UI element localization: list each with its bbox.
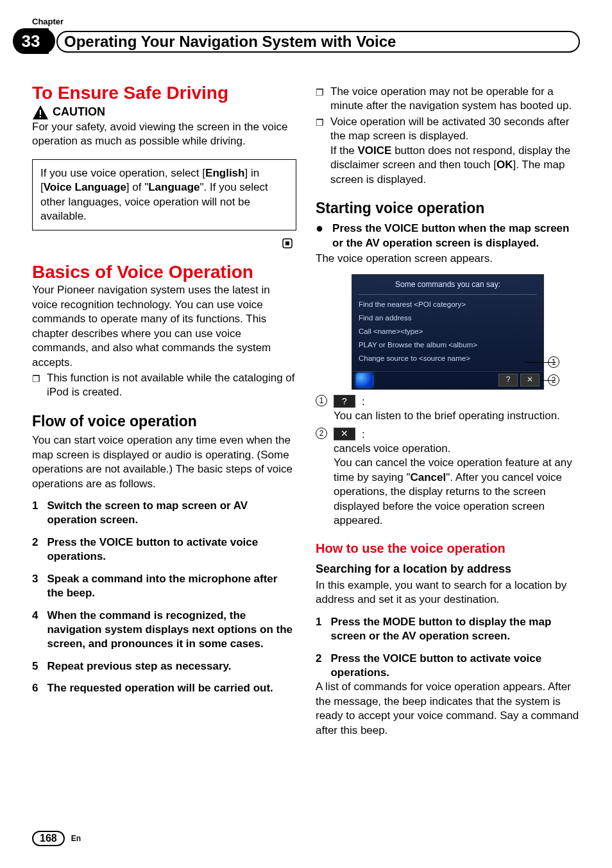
legend-2-body: cancels voice operation. You can cancel … xyxy=(316,442,580,528)
end-square-icon xyxy=(282,238,293,248)
shot-line: Call <name><type> xyxy=(359,327,537,336)
chapter-title: Operating Your Navigation System with Vo… xyxy=(64,33,396,51)
right-step-1: 1Press the MODE button to display the ma… xyxy=(316,615,580,644)
right-step-2: 2Press the VOICE button to activate voic… xyxy=(316,652,580,681)
note-bullet-icon: ❐ xyxy=(316,85,324,114)
chapter-label: Chapter xyxy=(32,17,64,26)
step-1: 1Switch the screen to map screen or AV o… xyxy=(32,499,296,528)
press-voice-lead: ● Press the VOICE button when the map sc… xyxy=(316,221,580,250)
heading-flow: Flow of voice operation xyxy=(32,412,296,431)
note-bullet-icon: ❐ xyxy=(32,371,40,400)
legend-1: 1 ? : xyxy=(316,395,580,409)
chapter-title-bar: Operating Your Navigation System with Vo… xyxy=(56,31,580,53)
caution-label: CAUTION xyxy=(53,105,105,120)
page-number: 168 xyxy=(32,831,65,846)
voice-orb-icon xyxy=(356,373,373,387)
lead-result: The voice operation screen appears. xyxy=(316,252,580,266)
help-button[interactable]: ? xyxy=(498,374,518,386)
shot-line: Change source to <source name> xyxy=(359,354,537,363)
heading-search-address: Searching for a location by address xyxy=(316,562,580,577)
legend-num-2: 2 xyxy=(316,428,327,439)
shot-title: Some commands you can say: xyxy=(359,280,537,295)
step-4: 4When the command is recognized, the nav… xyxy=(32,609,296,652)
shot-line: Find an address xyxy=(359,313,537,323)
note-bullet-icon: ❐ xyxy=(316,115,324,187)
callout-1: 1 xyxy=(548,356,559,368)
legend-1-body: You can listen to the brief operating in… xyxy=(316,409,580,423)
heading-starting-voice: Starting voice operation xyxy=(316,198,580,218)
callout-2: 2 xyxy=(548,374,559,386)
cancel-icon: ✕ xyxy=(334,428,355,440)
cancel-button[interactable]: ✕ xyxy=(520,374,540,386)
warning-triangle-icon: ! xyxy=(32,105,49,120)
page-lang: En xyxy=(71,834,81,843)
caution-row: ! CAUTION xyxy=(32,105,296,120)
search-body: In this example, you want to search for … xyxy=(316,578,580,607)
heading-how-to-use: How to use the voice operation xyxy=(316,540,580,557)
heading-basics: Basics of Voice Operation xyxy=(32,263,296,282)
flow-body: You can start voice operation any time e… xyxy=(32,433,296,491)
legend-num-1: 1 xyxy=(316,395,327,406)
basics-note: ❐ This function is not available while t… xyxy=(32,371,296,400)
svg-text:!: ! xyxy=(38,108,42,119)
legend-2: 2 ✕ : xyxy=(316,428,580,442)
caution-body: For your safety, avoid viewing the scree… xyxy=(32,120,296,149)
step-2: 2Press the VOICE button to activate voic… xyxy=(32,535,296,564)
step-3: 3Speak a command into the microphone aft… xyxy=(32,572,296,601)
voice-screen-mock: Some commands you can say: Find the near… xyxy=(352,274,544,390)
svg-rect-3 xyxy=(285,241,289,245)
step-5: 5Repeat previous step as necessary. xyxy=(32,659,296,673)
bullet-dot-icon: ● xyxy=(316,221,323,250)
section-end-mark xyxy=(32,236,296,249)
basics-body: Your Pioneer navigation system uses the … xyxy=(32,283,296,370)
right-note-1: ❐ The voice operation may not be operabl… xyxy=(316,85,580,114)
chapter-number-badge: 33 xyxy=(13,28,49,54)
shot-line: PLAY or Browse the album <album> xyxy=(359,340,537,350)
language-note-box: If you use voice operation, select [Engl… xyxy=(32,159,296,231)
shot-line: Find the nearest <POI category> xyxy=(359,300,537,309)
heading-safe-driving: To Ensure Safe Driving xyxy=(32,83,296,103)
help-icon: ? xyxy=(334,395,355,408)
step-6: 6The requested operation will be carried… xyxy=(32,681,296,695)
page-footer: 168 En xyxy=(32,831,81,846)
right-step-2-after: A list of commands for voice operation a… xyxy=(316,680,580,738)
right-note-2: ❐ Voice operation will be activated 30 s… xyxy=(316,115,580,187)
